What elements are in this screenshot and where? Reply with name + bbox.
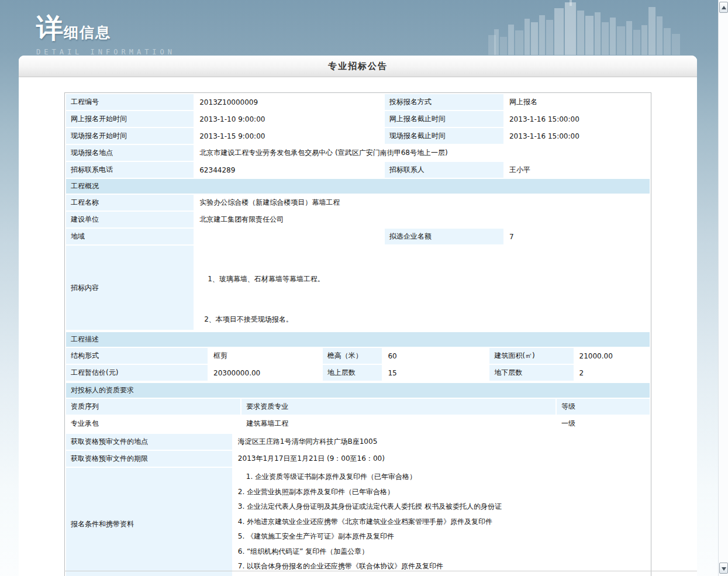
cell-value: 建筑幕墙工程: [241, 416, 556, 432]
table-row: 工程名称 实验办公综合楼（新建综合楼项目）幕墙工程: [66, 195, 650, 211]
requirement-item: 2. 企业营业执照副本原件及复印件（已年审合格）: [238, 488, 645, 496]
requirements-list: 1. 企业资质等级证书副本原件及复印件（已年审合格） 2. 企业营业执照副本原件…: [233, 468, 650, 576]
logo-subtitle: DETAIL INFORMATION: [36, 48, 175, 56]
page-header: 详细信息 DETAIL INFORMATION: [0, 0, 718, 56]
vertical-scrollbar[interactable]: [718, 0, 728, 576]
panel-bottom-divider: [64, 571, 697, 571]
field-value: 2013-1-15 9:00:00: [195, 128, 383, 144]
basic-info-table: 工程编号 2013Z10000009 投标报名方式 网上报名 网上报名开始时间 …: [65, 93, 651, 331]
table-row: 工程概况: [66, 179, 650, 194]
city-skyline-graphic: [488, 0, 684, 55]
field-label: 现场报名地点: [66, 145, 194, 161]
field-value: 2013年1月17日至1月21日 (9：00至16：00): [233, 451, 650, 467]
arrow-down-icon: [722, 567, 726, 571]
field-label: 网上报名截止时间: [385, 111, 503, 127]
field-value: 北京市建设工程专业劳务发包承包交易中心 (宣武区广安门南街甲68号地上一层): [195, 145, 650, 161]
field-value: 王小平: [505, 162, 650, 178]
requirement-item: 5. 《建筑施工安全生产许可证》副本原件及复印件: [238, 533, 645, 540]
field-label: 工程名称: [66, 195, 194, 211]
field-value: 15: [383, 365, 488, 381]
bid-content-cell: 1、玻璃幕墙、石材幕墙等幕墙工程。 2、本项目不接受现场报名。: [195, 246, 650, 330]
field-label: 招标内容: [66, 246, 194, 330]
cell-value: 专业承包: [66, 416, 240, 432]
bid-content-item: 2、本项目不接受现场报名。: [204, 315, 645, 325]
field-label: 建筑面积(㎡): [489, 348, 573, 364]
field-label: 地下层数: [489, 365, 573, 381]
field-value: 2013Z10000009: [195, 94, 383, 110]
page-title: 专业招标公告: [19, 56, 697, 77]
requirement-item: 3. 企业法定代表人身份证明及其身份证或法定代表人委托授 权书及被委托人的身份证: [238, 503, 645, 511]
section-header-qualification: 对投标人的资质要求: [66, 383, 650, 398]
field-label: 获取资格预审文件的期限: [66, 451, 232, 467]
field-value: 7: [505, 229, 650, 244]
field-label: 地域: [66, 229, 194, 244]
field-value: 20300000.00: [209, 365, 322, 381]
content-panel: 专业招标公告 工程编号 2013Z10000009 投标报名方式 网上报名 网上…: [19, 56, 697, 576]
field-value: 网上报名: [505, 94, 650, 110]
table-row: 现场报名地点 北京市建设工程专业劳务发包承包交易中心 (宣武区广安门南街甲68号…: [66, 145, 650, 161]
field-value: 框剪: [209, 348, 322, 364]
field-value: 60: [383, 348, 488, 364]
table-row: 结构形式 框剪 檐高（米） 60 建筑面积(㎡) 21000.00: [66, 348, 650, 364]
scroll-down-button[interactable]: [719, 563, 728, 574]
logo-text-big: 详: [36, 12, 64, 44]
table-row: 工程描述: [66, 332, 650, 347]
requirement-item: 6. “组织机构代码证” 复印件（加盖公章）: [238, 548, 645, 556]
table-row: 工程暂估价(元) 20300000.00 地上层数 15 地下层数 2: [66, 365, 650, 381]
field-label: 工程编号: [66, 94, 194, 110]
field-label: 拟选企业名额: [385, 229, 503, 244]
field-label: 报名条件和携带资料: [66, 468, 232, 576]
table-row: 获取资格预审文件的地点 海淀区王庄路1号清华同方科技广场B座1005: [66, 434, 650, 450]
field-label: 投标报名方式: [385, 94, 503, 110]
field-label: 招标联系电话: [66, 162, 194, 178]
site-logo: 详细信息 DETAIL INFORMATION: [36, 11, 175, 56]
section-header-description: 工程描述: [66, 332, 650, 347]
section-header-overview: 工程概况: [66, 179, 650, 194]
requirement-item: 7. 以联合体身份报名的企业还应携带《联合体协议》原件及复印件: [238, 563, 645, 570]
table-row: 地域 拟选企业名额 7: [66, 229, 650, 244]
table-row: 招标内容 1、玻璃幕墙、石材幕墙等幕墙工程。 2、本项目不接受现场报名。: [66, 246, 650, 330]
requirement-item: 1. 企业资质等级证书副本原件及复印件（已年审合格）: [238, 473, 645, 481]
field-value: 62344289: [195, 162, 383, 178]
requirement-item: 4. 外地进京建筑业企业还应携带《北京市建筑业企业档案管理手册》原件及复印件: [238, 518, 645, 526]
table-row: 专业承包 建筑幕墙工程 一级: [66, 416, 650, 432]
field-label: 现场报名截止时间: [385, 128, 503, 144]
field-value: 2013-1-10 9:00:00: [195, 111, 383, 127]
table-row: 对投标人的资质要求: [66, 383, 650, 398]
qualification-table: 对投标人的资质要求 资质序列 要求资质专业 等级 专业承包 建筑幕墙工程 一级: [65, 382, 651, 433]
column-header: 资质序列: [66, 399, 240, 415]
field-label: 檐高（米）: [323, 348, 382, 364]
column-header: 等级: [557, 399, 650, 415]
cell-value: 一级: [557, 416, 650, 432]
field-label: 网上报名开始时间: [66, 111, 194, 127]
table-row: 报名条件和携带资料 1. 企业资质等级证书副本原件及复印件（已年审合格） 2. …: [66, 468, 650, 576]
field-label: 建设单位: [66, 212, 194, 227]
table-row: 网上报名开始时间 2013-1-10 9:00:00 网上报名截止时间 2013…: [66, 111, 650, 127]
field-label: 结构形式: [66, 348, 208, 364]
prequalification-table: 获取资格预审文件的地点 海淀区王庄路1号清华同方科技广场B座1005 获取资格预…: [65, 433, 651, 576]
announcement-table: 工程编号 2013Z10000009 投标报名方式 网上报名 网上报名开始时间 …: [64, 92, 651, 576]
field-value: [195, 229, 383, 244]
field-label: 获取资格预审文件的地点: [66, 434, 232, 450]
field-value: 2013-1-16 15:00:00: [505, 128, 650, 144]
table-row: 获取资格预审文件的期限 2013年1月17日至1月21日 (9：00至16：00…: [66, 451, 650, 467]
table-row: 现场报名开始时间 2013-1-15 9:00:00 现场报名截止时间 2013…: [66, 128, 650, 144]
arrow-up-icon: [722, 6, 726, 9]
field-label: 地上层数: [323, 365, 382, 381]
table-row: 工程编号 2013Z10000009 投标报名方式 网上报名: [66, 94, 650, 110]
column-header: 要求资质专业: [241, 399, 556, 415]
bid-content-item: 1、玻璃幕墙、石材幕墙等幕墙工程。: [208, 274, 645, 284]
scroll-up-button[interactable]: [719, 2, 728, 13]
table-row: 建设单位 北京建工集团有限责任公司: [66, 212, 650, 227]
field-value: 2: [575, 365, 650, 381]
field-value: 实验办公综合楼（新建综合楼项目）幕墙工程: [195, 195, 650, 211]
logo-text-small: 细信息: [64, 24, 111, 41]
field-label: 招标联系人: [385, 162, 503, 178]
field-label: 工程暂估价(元): [66, 365, 208, 381]
table-row: 招标联系电话 62344289 招标联系人 王小平: [66, 162, 650, 178]
table-row: 资质序列 要求资质专业 等级: [66, 399, 650, 415]
field-value: 2013-1-16 15:00:00: [505, 111, 650, 127]
description-table: 工程描述 结构形式 框剪 檐高（米） 60 建筑面积(㎡) 21000.00 工…: [65, 331, 651, 382]
field-value: 海淀区王庄路1号清华同方科技广场B座1005: [233, 434, 650, 450]
field-value: 21000.00: [575, 348, 650, 364]
